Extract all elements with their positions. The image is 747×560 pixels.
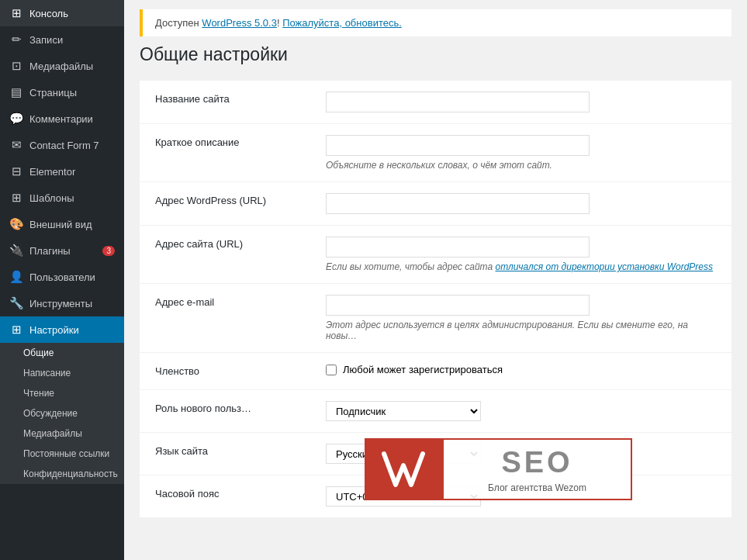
submenu-item-writing[interactable]: Написание: [0, 363, 124, 383]
sidebar-item-contact7[interactable]: ✉ Contact Form 7: [0, 132, 124, 158]
field-label-site-name: Название сайта: [140, 81, 310, 124]
console-icon: ⊞: [9, 6, 23, 20]
posts-icon: ✏: [9, 33, 23, 47]
sidebar-item-console[interactable]: ⊞ Консоль: [0, 0, 124, 26]
submenu-item-discussion[interactable]: Обсуждение: [0, 403, 124, 423]
settings-icon: ⊞: [9, 323, 23, 337]
submenu-item-reading[interactable]: Чтение: [0, 383, 124, 403]
tagline-input[interactable]: [326, 135, 590, 156]
comments-icon: 💬: [9, 112, 23, 126]
site-name-input[interactable]: [326, 92, 590, 112]
media-icon: ⊡: [9, 59, 23, 73]
sidebar-item-elementor[interactable]: ⊟ Elementor: [0, 158, 124, 185]
table-row-site-name: Название сайта: [140, 81, 731, 124]
sidebar-label-pages: Страницы: [29, 87, 77, 99]
elementor-icon: ⊟: [9, 164, 23, 178]
sidebar-item-settings[interactable]: ⊞ Настройки: [0, 316, 124, 343]
submenu-item-media[interactable]: Медиафайлы: [0, 423, 124, 444]
table-row-membership: Членство Любой может зарегистрироваться: [140, 353, 731, 390]
templates-icon: ⊞: [9, 191, 23, 205]
update-text-before: Доступен: [155, 17, 202, 29]
table-row-admin-email: Адрес e-mail Этот адрес используется в ц…: [140, 284, 731, 353]
users-icon: 👤: [9, 270, 23, 284]
table-row-tagline: Краткое описание Объясните в нескольких …: [140, 124, 731, 182]
table-row-site-url: Адрес сайта (URL) Если вы хотите, чтобы …: [140, 226, 731, 284]
field-label-timezone: Часовой пояс: [140, 475, 310, 518]
sidebar-item-posts[interactable]: ✏ Записи: [0, 26, 124, 53]
settings-form: Название сайта Краткое описание Объяснит…: [140, 81, 731, 518]
pages-icon: ▤: [9, 85, 23, 99]
settings-submenu: Общие Написание Чтение Обсуждение Медиаф…: [0, 343, 124, 484]
sidebar: ⊞ Консоль ✏ Записи ⊡ Медиафайлы ▤ Страни…: [0, 0, 124, 560]
tools-icon: 🔧: [9, 296, 23, 310]
update-notice: Доступен WordPress 5.0.3! Пожалуйста, об…: [140, 9, 731, 36]
sidebar-item-tools[interactable]: 🔧 Инструменты: [0, 290, 124, 316]
appearance-icon: 🎨: [9, 217, 23, 231]
timezone-select[interactable]: UTC+0: [326, 486, 481, 506]
update-wp-link[interactable]: WordPress 5.0.3: [202, 17, 277, 29]
sidebar-label-contact7: Contact Form 7: [29, 140, 99, 151]
sidebar-label-tools: Инструменты: [29, 298, 92, 309]
site-url-hint: Если вы хотите, чтобы адрес сайта отлича…: [326, 261, 716, 272]
plugins-badge: 3: [102, 246, 115, 256]
contact7-icon: ✉: [9, 138, 23, 152]
wp-url-input[interactable]: [326, 193, 590, 214]
sidebar-label-comments: Комментарии: [29, 113, 93, 125]
membership-checkbox[interactable]: [326, 365, 337, 375]
sidebar-label-settings: Настройки: [29, 324, 79, 336]
page-title: Общие настройки: [140, 44, 731, 65]
plugins-icon: 🔌: [9, 244, 23, 258]
field-label-tagline: Краткое описание: [140, 124, 310, 182]
sidebar-label-elementor: Elementor: [29, 166, 75, 178]
table-row-wp-url: Адрес WordPress (URL): [140, 182, 731, 226]
new-user-role-select[interactable]: Подписчик: [326, 401, 481, 421]
field-label-membership: Членство: [140, 353, 310, 390]
settings-table: Название сайта Краткое описание Объяснит…: [140, 81, 731, 518]
table-row-timezone: Часовой пояс UTC+0: [140, 475, 731, 518]
membership-checkbox-label: Любой может зарегистрироваться: [343, 364, 503, 375]
admin-email-hint: Этот адрес используется в целях админист…: [326, 320, 716, 341]
sidebar-label-appearance: Внешний вид: [29, 219, 92, 230]
site-url-input[interactable]: [326, 237, 590, 258]
tagline-hint: Объясните в нескольких словах, о чём это…: [326, 160, 716, 171]
sidebar-item-comments[interactable]: 💬 Комментарии: [0, 105, 124, 132]
sidebar-label-plugins: Плагины: [29, 245, 71, 257]
field-label-new-user-role: Роль нового польз…: [140, 390, 310, 433]
table-row-site-language: Язык сайта Русский: [140, 433, 731, 475]
sidebar-item-users[interactable]: 👤 Пользователи: [0, 264, 124, 290]
sidebar-label-console: Консоль: [29, 8, 68, 19]
field-label-site-url: Адрес сайта (URL): [140, 226, 310, 284]
sidebar-item-templates[interactable]: ⊞ Шаблоны: [0, 185, 124, 211]
sidebar-item-pages[interactable]: ▤ Страницы: [0, 79, 124, 105]
sidebar-label-posts: Записи: [29, 34, 63, 46]
main-content: Доступен WordPress 5.0.3! Пожалуйста, об…: [124, 0, 747, 560]
field-label-wp-url: Адрес WordPress (URL): [140, 182, 310, 226]
field-label-site-language: Язык сайта: [140, 433, 310, 475]
sidebar-item-media[interactable]: ⊡ Медиафайлы: [0, 53, 124, 79]
sidebar-label-media: Медиафайлы: [29, 60, 93, 72]
sidebar-label-templates: Шаблоны: [29, 192, 74, 204]
site-language-select[interactable]: Русский: [326, 444, 481, 464]
sidebar-label-users: Пользователи: [29, 271, 95, 283]
sidebar-item-plugins[interactable]: 🔌 Плагины 3: [0, 237, 124, 264]
table-row-new-user-role: Роль нового польз… Подписчик: [140, 390, 731, 433]
submenu-item-permalinks[interactable]: Постоянные ссылки: [0, 444, 124, 464]
submenu-item-general[interactable]: Общие: [0, 343, 124, 363]
submenu-item-privacy[interactable]: Конфиденциальность: [0, 464, 124, 484]
membership-checkbox-row: Любой может зарегистрироваться: [326, 364, 716, 375]
site-url-hint-link[interactable]: отличался от директории установки WordPr…: [495, 261, 713, 272]
field-label-admin-email: Адрес e-mail: [140, 284, 310, 353]
sidebar-item-appearance[interactable]: 🎨 Внешний вид: [0, 211, 124, 237]
admin-email-input[interactable]: [326, 295, 590, 316]
update-action-link[interactable]: Пожалуйста, обновитесь.: [282, 17, 402, 29]
